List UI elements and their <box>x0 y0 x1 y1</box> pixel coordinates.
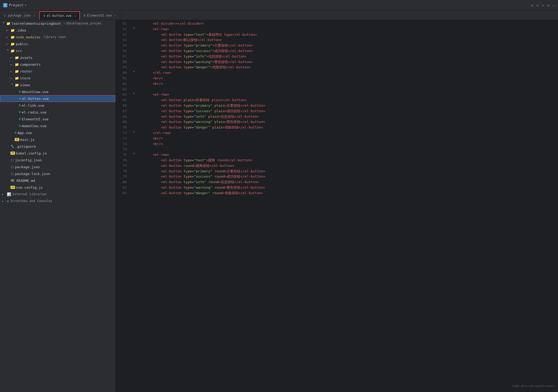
item-label: router <box>20 69 32 73</box>
code-line: </el-row> <box>135 130 558 136</box>
code-line: <el-button type="info">信息按钮</el-button> <box>135 54 558 59</box>
sidebar-item-components[interactable]: ▶ 📁 components <box>0 61 115 68</box>
code-content[interactable]: <el-divider></el-divider> <el-row> <el-b… <box>135 20 558 392</box>
scratches-consoles-item[interactable]: ▶ ⚙ Scratches and Consoles <box>0 198 115 204</box>
sidebar-item-package-lock-json[interactable]: ▶ {} package-lock.json <box>0 170 115 177</box>
scratches-consoles-label: Scratches and Consoles <box>11 199 52 203</box>
code-line: <el-row> <box>135 92 558 97</box>
title-bar-title: Project <box>9 3 23 7</box>
split-icon[interactable]: ⇌ <box>542 3 544 7</box>
arrow-icon: ▶ <box>6 36 9 39</box>
vue-file-icon: V <box>84 14 85 17</box>
folder-icon: 📁 <box>15 69 19 73</box>
item-label: HomeView.vue <box>22 124 47 128</box>
sidebar-item-el-link-vue[interactable]: ▶ V el-link.vue <box>0 102 115 109</box>
code-line: <el-button type="primary">主要按钮</el-butto… <box>135 43 558 48</box>
settings-icon[interactable]: ⚙ <box>547 3 549 7</box>
code-line: <el-button type="info" plain>信息按钮</el-bu… <box>135 114 558 120</box>
arrow-icon: ▶ <box>6 43 9 45</box>
sidebar-item-main-js[interactable]: ▶ JS main.js <box>0 136 115 143</box>
sidebar-item-el-radio-vue[interactable]: ▶ V el-radio.vue <box>0 109 115 116</box>
arrow-icon: ▶ <box>7 49 9 52</box>
git-file-icon: 🔧 <box>11 145 14 148</box>
folder-icon: 📁 <box>15 63 19 66</box>
tabs-bar: {} package.json ✕ V el-button.vue ✕ V El… <box>0 11 558 20</box>
folder-icon: 📁 <box>15 56 19 60</box>
item-label: App.vue <box>18 131 32 135</box>
item-label: store <box>20 76 30 80</box>
item-label: vue.config.js <box>16 185 43 189</box>
tab-close-icon[interactable]: ✕ <box>114 14 116 17</box>
code-line: <el-button type="warning" plain>警告按钮</el… <box>135 119 558 125</box>
sidebar-item-aboutview[interactable]: ▶ V AboutView.vue <box>0 88 115 95</box>
sidebar-item-public[interactable]: ▶ 📁 public <box>0 40 115 47</box>
code-line: <br/> <box>135 76 558 81</box>
title-bar-left: P Project ▼ <box>3 3 56 7</box>
code-line: <br/> <box>135 141 558 147</box>
sidebar-item-node-modules[interactable]: ▶ 📁 node_modules library root <box>0 34 115 40</box>
arrow-icon: ▶ <box>2 22 5 25</box>
tab-el-button-vue[interactable]: V el-button.vue ✕ <box>39 11 80 20</box>
code-line: <el-button type="danger" round>危险按钮</el-… <box>135 190 558 196</box>
root-subtitle: ~/Desktop/vue_projec <box>64 22 102 25</box>
arrow-icon: ▶ <box>2 200 5 203</box>
code-container[interactable]: 5152535455565758596061626364656667686970… <box>116 20 558 392</box>
sidebar-root[interactable]: ▶ 📁 learnelementuispringboot ~/Desktop/v… <box>0 20 115 27</box>
item-label: ElementUI.vue <box>22 117 49 121</box>
sidebar-item-idea[interactable]: ▶ 📁 .idea <box>0 27 115 34</box>
sidebar-item-homeview-vue[interactable]: ▶ V HomeView.vue <box>0 122 115 129</box>
lib-icon: 📊 <box>7 192 11 196</box>
code-line: <el-button type="success">成功按钮</el-butto… <box>135 48 558 54</box>
title-bar: P Project ▼ ⊕ ≡ ⇌ ⚙ — <box>0 0 558 11</box>
tab-label: el-button.vue <box>47 14 72 18</box>
tab-close-icon[interactable]: ✕ <box>34 14 35 17</box>
json-file-icon: {} <box>11 165 14 169</box>
folder-icon: 📁 <box>15 76 19 80</box>
sidebar-item-el-button-vue[interactable]: ▶ V el-button.vue <box>0 95 115 102</box>
sidebar-item-store[interactable]: ▶ 📁 store <box>0 75 115 81</box>
sidebar-item-elementui-vue[interactable]: ▶ V ElementUI.vue <box>0 116 115 122</box>
item-label: main.js <box>20 138 35 142</box>
code-line: <el-button type="warning">警告按钮</el-butto… <box>135 59 558 65</box>
vue-file-icon: V <box>19 97 21 100</box>
external-libraries-label: External Libraries <box>13 192 47 196</box>
minimize-icon[interactable]: — <box>553 3 555 7</box>
code-line: <el-button type="danger">危险按钮</el-button… <box>135 65 558 70</box>
external-libraries-item[interactable]: ▶ 📊 External Libraries <box>0 191 115 198</box>
tab-close-icon[interactable]: ✕ <box>74 14 76 18</box>
code-line: <el-button type="text">基础用法 type</el-but… <box>135 32 558 38</box>
tab-package-json[interactable]: {} package.json ✕ <box>0 11 39 20</box>
code-line: <el-button plain>朴素按钮 plain</el-button> <box>135 97 558 103</box>
sidebar-item-router[interactable]: ▶ 📁 router <box>0 68 115 75</box>
sidebar-item-jsconfig-json[interactable]: ▶ {} jsconfig.json <box>0 157 115 163</box>
sidebar-item-src[interactable]: ▶ 📁 src <box>0 47 115 54</box>
sidebar-item-views[interactable]: ▶ 📁 views <box>0 81 115 88</box>
sidebar-item-babel-config[interactable]: ▶ JS babel.config.js <box>0 150 115 157</box>
editor-area: 5152535455565758596061626364656667686970… <box>116 20 558 392</box>
sidebar-item-package-json[interactable]: ▶ {} package.json <box>0 163 115 170</box>
sidebar-item-assets[interactable]: ▶ 📁 assets <box>0 54 115 61</box>
vue-file-icon: V <box>19 124 21 128</box>
item-label: AboutView.vue <box>22 90 49 94</box>
arrow-icon: ▶ <box>11 77 14 80</box>
js-file-icon: JS <box>11 186 15 189</box>
item-label: babel.config.js <box>16 151 47 155</box>
js-file-icon: JS <box>11 152 15 155</box>
arrow-icon: ▶ <box>11 63 14 66</box>
list-icon[interactable]: ≡ <box>536 3 539 7</box>
sidebar-item-app-vue[interactable]: ▶ V App.vue <box>0 129 115 136</box>
json-file-icon: {} <box>11 158 14 162</box>
sidebar-item-vue-config-js[interactable]: ▶ JS vue.config.js <box>0 184 115 191</box>
project-icon: P <box>3 3 7 7</box>
code-line <box>135 87 558 92</box>
sidebar-item-gitignore[interactable]: ▶ 🔧 .gitignore <box>0 143 115 150</box>
tab-elementui-vue[interactable]: V ElementUI.vue ✕ <box>80 11 120 20</box>
arrow-icon: ▶ <box>6 29 9 32</box>
title-dropdown-arrow[interactable]: ▼ <box>25 4 27 7</box>
json-file-icon: {} <box>11 172 14 176</box>
navigate-icon[interactable]: ⊕ <box>531 3 533 7</box>
arrow-icon: ▶ <box>2 193 5 196</box>
item-label: components <box>20 63 40 66</box>
md-file-icon: MD <box>11 179 14 182</box>
sidebar-item-readme[interactable]: ▶ MD README.md <box>0 177 115 184</box>
